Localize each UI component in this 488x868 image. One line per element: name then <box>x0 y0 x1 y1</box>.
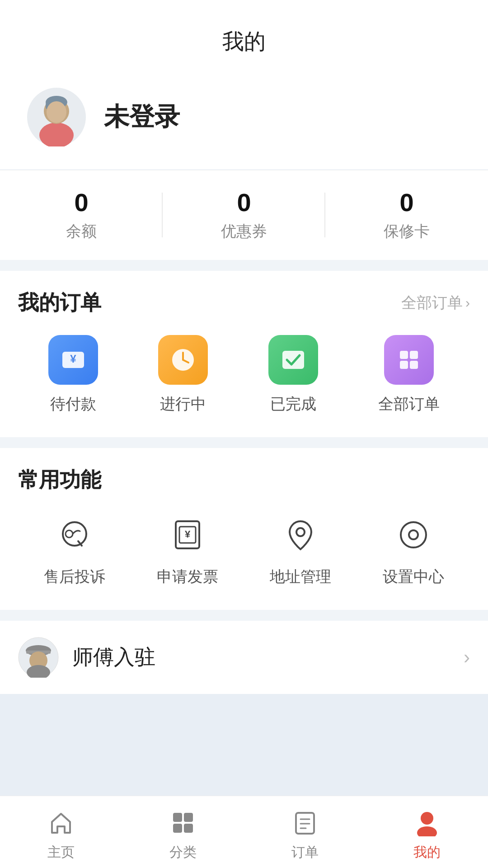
settings-icon <box>391 512 436 557</box>
orders-title: 我的订单 <box>18 289 101 317</box>
function-settings[interactable]: 设置中心 <box>383 512 444 587</box>
balance-label: 余额 <box>66 221 97 242</box>
avatar <box>27 88 86 146</box>
functions-title: 常用功能 <box>18 466 101 494</box>
stat-coupon[interactable]: 0 优惠券 <box>163 170 325 260</box>
nav-item-mine[interactable]: 我的 <box>366 802 488 862</box>
svg-point-15 <box>66 530 73 538</box>
functions-header: 常用功能 <box>18 466 470 494</box>
svg-text:¥: ¥ <box>70 353 76 365</box>
order-pending-label: 待付款 <box>50 394 96 415</box>
svg-point-5 <box>47 101 66 123</box>
stats-section: 0 余额 0 优惠券 0 保修卡 <box>0 170 488 260</box>
nav-category-label: 分类 <box>169 843 197 862</box>
complaint-icon <box>52 512 97 557</box>
svg-text:¥: ¥ <box>185 528 191 540</box>
nav-order-label: 订单 <box>291 843 319 862</box>
svg-rect-31 <box>184 824 193 833</box>
order-item-all[interactable]: 全部订单 <box>378 335 440 415</box>
settings-label: 设置中心 <box>383 566 444 587</box>
svg-point-22 <box>409 530 418 539</box>
master-label: 师傅入驻 <box>72 643 464 671</box>
function-invoice[interactable]: ¥ 申请发票 <box>157 512 218 587</box>
svg-rect-9 <box>282 351 304 369</box>
invoice-icon: ¥ <box>165 512 210 557</box>
svg-point-37 <box>417 826 437 836</box>
bottom-nav: 主页 分类 订单 <box>0 796 488 868</box>
svg-rect-11 <box>410 351 418 359</box>
svg-point-36 <box>421 812 433 825</box>
svg-point-14 <box>63 522 86 546</box>
payment-icon: ¥ <box>48 335 98 385</box>
order-item-completed[interactable]: 已完成 <box>268 335 318 415</box>
page-wrapper: 我的 未登录 0 余额 0 <box>0 0 488 868</box>
complaint-label: 售后投诉 <box>44 566 105 587</box>
orders-header: 我的订单 全部订单 › <box>18 289 470 317</box>
order-all-label: 全部订单 <box>378 394 440 415</box>
address-icon <box>278 512 323 557</box>
nav-item-home[interactable]: 主页 <box>0 802 122 862</box>
nav-item-category[interactable]: 分类 <box>122 802 244 862</box>
order-item-inprogress[interactable]: 进行中 <box>158 335 208 415</box>
order-item-pending[interactable]: ¥ 待付款 <box>48 335 98 415</box>
header: 我的 <box>0 0 488 70</box>
stat-balance[interactable]: 0 余额 <box>0 170 163 260</box>
svg-rect-30 <box>173 824 182 833</box>
svg-rect-29 <box>184 813 193 822</box>
warranty-label: 保修卡 <box>384 221 430 242</box>
username-label: 未登录 <box>104 100 180 134</box>
function-address[interactable]: 地址管理 <box>270 512 331 587</box>
svg-point-20 <box>296 528 305 536</box>
view-all-orders-link[interactable]: 全部订单 › <box>401 292 470 313</box>
warranty-number: 0 <box>399 189 413 217</box>
svg-rect-13 <box>410 361 418 369</box>
nav-item-order[interactable]: 订单 <box>244 802 366 862</box>
svg-point-21 <box>401 522 426 547</box>
category-icon <box>167 807 199 839</box>
function-complaint[interactable]: 售后投诉 <box>44 512 105 587</box>
nav-home-label: 主页 <box>47 843 75 862</box>
master-entry[interactable]: 师傅入驻 › <box>0 621 488 694</box>
all-orders-icon <box>384 335 434 385</box>
functions-section: 常用功能 售后投诉 <box>0 448 488 610</box>
nav-mine-label: 我的 <box>413 843 441 862</box>
stat-warranty[interactable]: 0 保修卡 <box>325 170 488 260</box>
order-inprogress-label: 进行中 <box>160 394 206 415</box>
chevron-right-icon: › <box>465 295 470 311</box>
functions-grid: 售后投诉 ¥ 申请发票 <box>18 512 470 587</box>
svg-rect-10 <box>400 351 408 359</box>
svg-rect-28 <box>173 813 182 822</box>
completed-icon <box>268 335 318 385</box>
in-progress-icon <box>158 335 208 385</box>
order-nav-icon <box>289 807 321 839</box>
home-icon <box>45 807 77 839</box>
svg-rect-12 <box>400 361 408 369</box>
orders-grid: ¥ 待付款 进行中 <box>18 335 470 415</box>
orders-section: 我的订单 全部订单 › ¥ 待付款 <box>0 271 488 437</box>
balance-number: 0 <box>74 189 88 217</box>
coupon-number: 0 <box>237 189 251 217</box>
profile-nav-icon <box>411 807 443 839</box>
page-title: 我的 <box>222 29 266 53</box>
master-chevron-icon: › <box>464 646 470 668</box>
address-label: 地址管理 <box>270 566 331 587</box>
order-completed-label: 已完成 <box>270 394 316 415</box>
profile-section[interactable]: 未登录 <box>0 70 488 169</box>
coupon-label: 优惠券 <box>221 221 267 242</box>
invoice-label: 申请发票 <box>157 566 218 587</box>
master-avatar-icon <box>18 637 59 678</box>
